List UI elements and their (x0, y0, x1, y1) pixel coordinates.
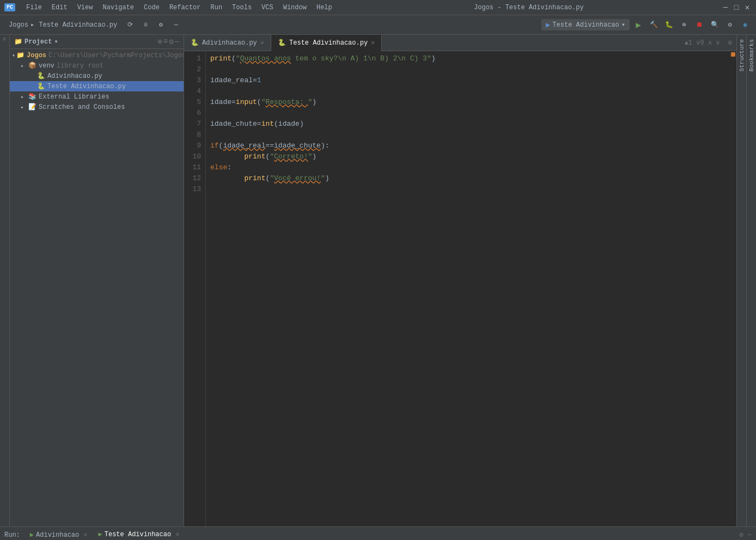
right-gutter (729, 51, 736, 526)
toolbar-collapse-btn[interactable]: — (169, 19, 182, 32)
tree-item-external-libraries[interactable]: ▸ 📚 External Libraries (10, 91, 184, 102)
maximize-button[interactable]: □ (732, 3, 741, 12)
project-label: Project (25, 38, 52, 46)
line-num-9: 9 (186, 140, 201, 151)
run-configuration[interactable]: ▶ Teste Adivinhacao ▾ (541, 19, 630, 30)
tabs-settings-icon[interactable]: ⚙ (728, 39, 732, 47)
code-content[interactable]: print("Quantos anos tem o sky?\n A) 1\n … (206, 51, 729, 526)
run-label: Run: (4, 531, 20, 539)
structure-panel: Structure (736, 35, 746, 526)
search-button[interactable]: 🔍 (708, 19, 721, 32)
sidebar-icon-1[interactable]: P (1, 37, 9, 46)
line-num-5: 5 (186, 97, 201, 108)
file-breadcrumb: Teste Adivinhacao.py (39, 21, 117, 29)
code-line-11: else: (210, 162, 724, 173)
editor-area: 🐍 Adivinhacao.py ✕ 🐍 Teste Adivinhacao.p… (184, 35, 736, 526)
jetbrains-button[interactable]: ◉ (739, 19, 752, 32)
app-logo: PC (4, 3, 15, 11)
code-line-9: if(idade_real == idade_chute): (210, 140, 724, 151)
close-button[interactable]: ✕ (743, 3, 752, 12)
bottom-run-panel: Run: ▶ Adivinhacao ✕ ▶ Teste Adivinhacao… (0, 526, 756, 540)
line-num-13: 13 (186, 184, 201, 195)
gutter-warning-marker (731, 52, 735, 57)
project-name: Jogos (9, 21, 28, 29)
menu-tools[interactable]: Tools (228, 3, 256, 13)
debug-button[interactable]: 🐛 (662, 19, 675, 32)
coverage-button[interactable]: ⊕ (678, 19, 691, 32)
tab-adivinhacao[interactable]: 🐍 Adivinhacao.py ✕ (184, 35, 271, 51)
toolbar-settings-btn[interactable]: ⚙ (154, 19, 167, 32)
project-panel: 📁 Project ▾ ⊕ ≡ ⚙ — ▾ 📁 Jogos C:\Users\U… (10, 35, 184, 526)
menu-view[interactable]: View (73, 3, 97, 13)
code-line-13 (210, 184, 724, 195)
tree-item-scratches[interactable]: ▸ 📝 Scratches and Consoles (10, 102, 184, 112)
bookmarks-label[interactable]: Bookmarks (747, 35, 756, 76)
menu-file[interactable]: File (22, 3, 46, 13)
run-tab-adivinhacao-label: Adivinhacao (36, 531, 79, 539)
minimize-button[interactable]: ─ (721, 3, 730, 12)
code-line-3: idade_real = 1 (210, 75, 724, 86)
menu-bar: PC File Edit View Navigate Code Refactor… (0, 0, 756, 15)
line-num-12: 12 (186, 173, 201, 184)
line-num-4: 4 (186, 86, 201, 97)
menu-window[interactable]: Window (279, 3, 311, 13)
project-dropdown[interactable]: ▾ (54, 38, 58, 46)
code-editor[interactable]: 1 2 3 4 5 6 7 8 9 10 11 12 13 print("Qua… (184, 51, 736, 526)
line-numbers: 1 2 3 4 5 6 7 8 9 10 11 12 13 (184, 51, 206, 526)
menu-navigate[interactable]: Navigate (98, 3, 138, 13)
code-line-4 (210, 86, 724, 97)
window-title: Jogos - Teste Adivinhacao.py (337, 4, 721, 11)
menu-vcs[interactable]: VCS (257, 3, 278, 13)
line-num-10: 10 (186, 151, 201, 162)
line-num-11: 11 (186, 162, 201, 173)
menu-run[interactable]: Run (206, 3, 227, 13)
tab-adivinhacao-close[interactable]: ✕ (260, 39, 264, 47)
line-num-1: 1 (186, 53, 201, 64)
window-controls: ─ □ ✕ (721, 3, 752, 12)
code-line-2 (210, 64, 724, 75)
stop-button[interactable]: ■ (693, 19, 706, 32)
menu-refactor[interactable]: Refactor (165, 3, 205, 13)
tab-teste-label: Teste Adivinhacao.py (289, 39, 368, 47)
toolbar-structure-btn[interactable]: ≡ (139, 19, 152, 32)
menu-items: File Edit View Navigate Code Refactor Ru… (22, 3, 337, 13)
project-selector[interactable]: Jogos ▸ Teste Adivinhacao.py (4, 20, 121, 30)
run-config-name: Teste Adivinhacao (552, 21, 619, 29)
line-num-2: 2 (186, 64, 201, 75)
tree-item-teste-adivinhacao[interactable]: ▸ 🐍 Teste Adivinhacao.py (10, 81, 184, 91)
run-tab-teste[interactable]: ▶ Teste Adivinhacao ✕ (93, 527, 185, 541)
run-tab-adivinhacao-close[interactable]: ✕ (83, 531, 87, 539)
tab-teste-adivinhacao[interactable]: 🐍 Teste Adivinhacao.py ✕ (271, 35, 382, 51)
locate-file-icon[interactable]: ⊕ (157, 37, 162, 46)
run-panel-tabs: Run: ▶ Adivinhacao ✕ ▶ Teste Adivinhacao… (0, 527, 756, 540)
settings-button[interactable]: ⚙ (723, 19, 736, 32)
collapse-all-icon[interactable]: ≡ (163, 37, 168, 46)
code-line-6 (210, 108, 724, 119)
folder-icon: 📁 (14, 38, 22, 46)
run-button[interactable]: ▶ (632, 19, 645, 32)
tab-teste-close[interactable]: ✕ (371, 39, 375, 47)
line-num-6: 6 (186, 108, 201, 119)
run-config-arrow: ▾ (621, 21, 625, 29)
tab-teste-icon: 🐍 (278, 39, 286, 47)
tree-item-jogos[interactable]: ▾ 📁 Jogos C:\Users\User\PycharmProjects\… (10, 50, 184, 60)
run-panel-minimize[interactable]: — (748, 531, 752, 539)
code-line-7: idade_chute = int(idade) (210, 119, 724, 130)
run-panel-settings[interactable]: ⚙ (740, 531, 743, 539)
tree-item-adivinhacao[interactable]: ▸ 🐍 Adivinhacao.py (10, 71, 184, 81)
code-line-12: print("Você errou!") (210, 173, 724, 184)
tree-item-venv[interactable]: ▸ 📦 venv library root (10, 60, 184, 71)
menu-help[interactable]: Help (312, 3, 337, 13)
toolbar: Jogos ▸ Teste Adivinhacao.py ⟳ ≡ ⚙ — ▶ T… (0, 15, 756, 35)
build-button[interactable]: 🔨 (647, 19, 660, 32)
structure-label[interactable]: Structure (737, 35, 746, 76)
project-settings-icon[interactable]: ⚙ (169, 37, 173, 46)
menu-code[interactable]: Code (139, 3, 164, 13)
menu-edit[interactable]: Edit (47, 3, 72, 13)
tab-adivinhacao-label: Adivinhacao.py (202, 39, 257, 47)
tabs-actions: ▲1 ∨9 ∧ ∨ ⚙ (685, 39, 736, 47)
project-close-icon[interactable]: — (175, 37, 179, 46)
run-tab-teste-close[interactable]: ✕ (175, 530, 179, 538)
run-tab-adivinhacao[interactable]: ▶ Adivinhacao ✕ (25, 527, 93, 541)
toolbar-sync-btn[interactable]: ⟳ (124, 19, 137, 32)
